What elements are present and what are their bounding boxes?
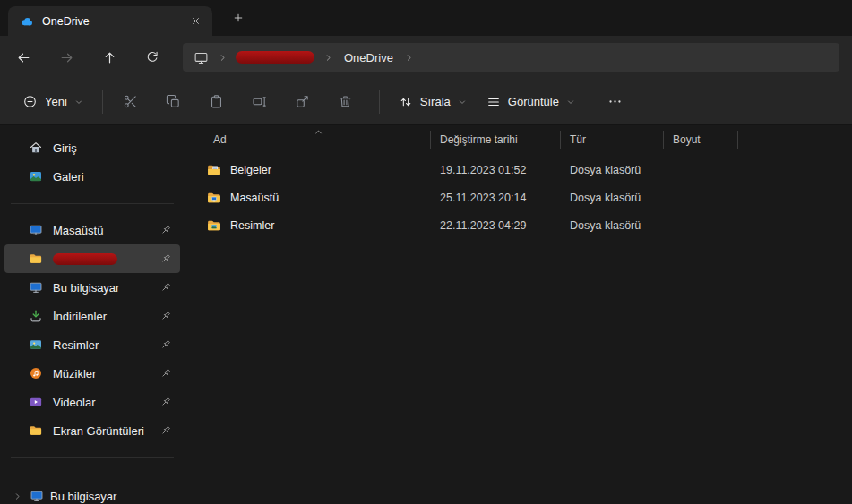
this-pc-icon: [29, 280, 43, 295]
address-bar[interactable]: OneDrive: [183, 43, 839, 72]
sidebar-item-home[interactable]: Giriş: [4, 133, 180, 162]
delete-button[interactable]: [327, 86, 365, 118]
file-name: Belgeler: [230, 164, 271, 176]
new-button[interactable]: Yeni: [13, 86, 93, 118]
breadcrumb-segment-onedrive[interactable]: OneDrive: [338, 48, 400, 67]
music-icon: [29, 366, 43, 380]
new-tab-button[interactable]: [227, 6, 250, 30]
cut-button[interactable]: [112, 86, 150, 118]
breadcrumb-chevron-icon[interactable]: [402, 50, 417, 64]
pin-icon: [159, 396, 172, 408]
rename-icon: [252, 94, 267, 109]
sidebar-separator: [11, 203, 174, 204]
sidebar-item-label: Müzikler: [53, 367, 96, 380]
column-header-size[interactable]: Boyut: [664, 128, 738, 151]
column-header-name[interactable]: Ad: [185, 128, 431, 151]
rename-button[interactable]: [241, 86, 279, 118]
column-header-date-modified[interactable]: Değiştirme tarihi: [431, 128, 561, 151]
copy-button[interactable]: [155, 86, 193, 118]
view-button-label: Görüntüle: [508, 95, 559, 108]
sidebar-item-downloads[interactable]: İndirilenler: [4, 302, 180, 330]
chevron-down-icon: [458, 98, 467, 107]
refresh-button[interactable]: [134, 41, 170, 73]
redaction-scribble-sidebar: [53, 253, 117, 265]
sidebar-item-label: İndirilenler: [53, 310, 107, 323]
sidebar-item-label: Giriş: [53, 141, 77, 155]
sidebar-item-label: Masaüstü: [53, 224, 103, 237]
sidebar-item-label: Ekran Görüntüleri: [53, 424, 144, 438]
column-header-row: Ad Değiştirme tarihi Tür Boyut: [185, 128, 852, 151]
sidebar-item-desktop[interactable]: Masaüstü: [4, 216, 180, 244]
delete-icon: [338, 94, 353, 109]
sidebar-item-this-pc[interactable]: Bu bilgisayar: [4, 273, 180, 302]
sort-button[interactable]: Sırala: [389, 86, 477, 118]
command-toolbar: Yeni Sırala Görüntüle: [0, 79, 852, 125]
more-icon: [607, 94, 623, 109]
see-more-button[interactable]: [598, 86, 633, 118]
sidebar-item-label: Resimler: [53, 338, 99, 352]
tab-close-button[interactable]: [185, 12, 205, 31]
sidebar-item-pictures[interactable]: Resimler: [4, 330, 180, 359]
file-rows: Belgeler 19.11.2023 01:52 Dosya klasörü …: [185, 156, 852, 239]
new-item-plus-icon: [22, 94, 38, 109]
pictures-folder-icon: [206, 218, 222, 234]
expand-chevron-icon[interactable]: [11, 491, 23, 501]
pictures-icon: [29, 337, 43, 352]
share-button[interactable]: [284, 86, 322, 118]
chevron-down-icon: [566, 98, 575, 107]
sidebar-item-label: Galeri: [53, 170, 84, 184]
sidebar-item-label: Bu bilgisayar: [53, 281, 119, 295]
paste-button[interactable]: [198, 86, 236, 118]
tab-title: OneDrive: [42, 15, 177, 28]
desktop-folder-icon: [206, 190, 222, 206]
view-button[interactable]: Görüntüle: [477, 86, 585, 118]
desktop-icon: [29, 223, 43, 237]
file-date-modified: 25.11.2023 20:14: [431, 192, 561, 204]
monitor-icon: [194, 50, 209, 65]
column-header-type[interactable]: Tür: [561, 128, 664, 151]
new-tab-plus-icon: [232, 12, 245, 24]
forward-icon: [59, 50, 74, 65]
file-name: Masaüstü: [230, 192, 279, 204]
sidebar-item-gallery[interactable]: Galeri: [4, 162, 180, 191]
copy-icon: [166, 94, 181, 109]
folder-icon: [29, 423, 43, 438]
cut-icon: [123, 94, 138, 109]
sort-icon: [399, 95, 413, 109]
sidebar-item-screenshots[interactable]: Ekran Görüntüleri: [4, 416, 180, 445]
back-icon: [16, 50, 31, 65]
file-row-masaustu[interactable]: Masaüstü 25.11.2023 20:14 Dosya klasörü: [185, 184, 852, 211]
column-header-label: Boyut: [673, 133, 701, 146]
file-row-belgeler[interactable]: Belgeler 19.11.2023 01:52 Dosya klasörü: [185, 156, 852, 184]
documents-folder-icon: [206, 162, 222, 178]
file-type: Dosya klasörü: [561, 192, 664, 204]
pin-icon: [159, 310, 172, 322]
sidebar-item-redacted-folder[interactable]: [4, 244, 180, 273]
up-icon: [102, 50, 117, 65]
new-button-label: Yeni: [45, 95, 67, 108]
sort-button-label: Sırala: [420, 95, 451, 108]
downloads-icon: [29, 309, 43, 323]
file-date-modified: 19.11.2023 01:52: [431, 164, 561, 176]
sidebar-tree-item-this-pc[interactable]: Bu bilgisayar: [4, 482, 180, 504]
breadcrumb-chevron-icon[interactable]: [215, 50, 229, 64]
forward-button[interactable]: [48, 41, 84, 73]
breadcrumb-chevron-icon[interactable]: [321, 50, 335, 64]
chevron-down-icon: [74, 98, 83, 107]
titlebar: OneDrive: [0, 0, 852, 36]
column-header-label: Tür: [570, 133, 586, 146]
close-icon: [190, 15, 202, 27]
sidebar-item-videos[interactable]: Videolar: [4, 388, 180, 416]
sidebar-item-label: Bu bilgisayar: [50, 490, 116, 503]
file-name: Resimler: [230, 219, 274, 232]
up-button[interactable]: [91, 41, 127, 73]
this-pc-breadcrumb-icon[interactable]: [194, 50, 209, 65]
explorer-tab-onedrive[interactable]: OneDrive: [8, 6, 212, 36]
column-resize-handle[interactable]: [737, 131, 738, 149]
folder-icon: [29, 252, 43, 266]
file-row-resimler[interactable]: Resimler 22.11.2023 04:29 Dosya klasörü: [185, 211, 852, 239]
videos-icon: [29, 395, 43, 409]
back-button[interactable]: [5, 41, 41, 73]
home-icon: [29, 141, 43, 155]
sidebar-item-music[interactable]: Müzikler: [4, 359, 180, 388]
